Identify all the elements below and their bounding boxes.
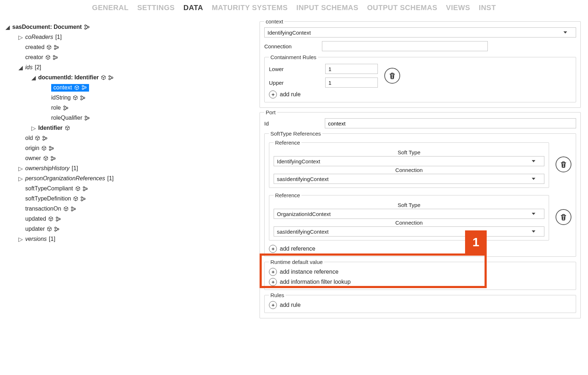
tab-settings[interactable]: SETTINGS <box>137 4 175 12</box>
tree-node-personorg[interactable]: ▷ personOrganizationReferences [1] <box>5 173 256 184</box>
context-select-value: IdentifyingContext <box>268 30 311 36</box>
tree-node-context[interactable]: ▷ context <box>5 83 256 93</box>
branch-icon <box>54 226 59 232</box>
cube-icon <box>65 125 70 131</box>
cube-icon <box>48 216 53 221</box>
tree-label: Identifier <box>38 125 63 131</box>
context-select[interactable]: IdentifyingContext <box>264 27 576 38</box>
tree-node-identifier[interactable]: ▷ Identifier <box>5 123 256 133</box>
runtime-legend: Runtime default value <box>269 259 324 265</box>
tree-label: context <box>53 84 72 91</box>
tree-node-softtypecompliant[interactable]: ▷ softTypeCompliant <box>5 184 256 194</box>
containment-legend: Containment Rules <box>269 54 318 60</box>
cube-icon <box>74 85 79 90</box>
tree-node-rolequalifier[interactable]: ▷ roleQualifier <box>5 113 256 123</box>
chevron-down-icon <box>532 178 535 180</box>
branch-icon <box>84 115 90 121</box>
tree-node-documentid[interactable]: ◢ documentId: Identifier <box>5 72 256 83</box>
branch-icon <box>42 136 48 141</box>
delete-reference-button[interactable] <box>556 209 571 225</box>
add-reference-button[interactable]: add reference <box>269 245 571 253</box>
tab-views[interactable]: VIEWS <box>446 4 470 12</box>
expand-icon[interactable]: ◢ <box>31 74 36 81</box>
tree-node-role[interactable]: ▷ role <box>5 103 256 113</box>
chevron-down-icon <box>532 160 535 162</box>
tree-label: idString <box>51 94 71 101</box>
cube-icon <box>75 186 80 191</box>
ref1-connection-select[interactable]: sasIdentifyingContext <box>274 174 544 184</box>
callout-badge: 1 <box>465 230 487 253</box>
ref2-connection-select[interactable]: sasIdentifyingContext <box>274 226 544 237</box>
tab-output-schemas[interactable]: OUTPUT SCHEMAS <box>367 4 437 12</box>
tree-node-updater[interactable]: ▷ updater <box>5 224 256 234</box>
add-reference-label: add reference <box>280 246 315 252</box>
delete-containment-button[interactable] <box>384 68 400 84</box>
lower-input[interactable] <box>325 64 378 74</box>
branch-icon <box>63 105 68 111</box>
tab-general[interactable]: GENERAL <box>92 4 128 12</box>
tree-label: softTypeCompliant <box>25 185 73 192</box>
tree-node-versions[interactable]: ▷ versions [1] <box>5 234 256 244</box>
lower-label: Lower <box>269 66 325 72</box>
upper-input[interactable] <box>325 78 378 88</box>
collapse-icon[interactable]: ▷ <box>18 165 23 172</box>
collapse-icon[interactable]: ▷ <box>31 125 36 132</box>
tree-node-root[interactable]: ◢ sasDocument: Document <box>5 22 256 32</box>
expand-icon[interactable]: ◢ <box>5 24 10 31</box>
tree-node-created[interactable]: ▷ created <box>5 42 256 52</box>
tree-node-updated[interactable]: ▷ updated <box>5 214 256 224</box>
tab-inst[interactable]: INST <box>479 4 496 12</box>
tab-data[interactable]: DATA <box>184 4 203 12</box>
tree-label: updated <box>25 216 46 222</box>
branch-icon <box>108 75 114 80</box>
branch-icon <box>49 146 54 151</box>
plus-icon <box>269 91 277 98</box>
tree-node-softtypedefinition[interactable]: ▷ softTypeDefinition <box>5 194 256 204</box>
branch-icon <box>50 156 56 161</box>
add-info-filter-button[interactable]: add information filter lookup <box>269 278 571 286</box>
collapse-icon[interactable]: ▷ <box>18 236 23 243</box>
tree-node-origin[interactable]: ▷ origin <box>5 143 256 153</box>
tree-label: ids <box>25 64 32 71</box>
branch-icon <box>84 24 90 30</box>
ref2-softtype-select[interactable]: OrganizationIdContext <box>274 209 544 219</box>
tree-node-owner[interactable]: ▷ owner <box>5 153 256 163</box>
collapse-icon[interactable]: ▷ <box>18 34 23 41</box>
add-rule-button[interactable]: add rule <box>269 91 571 98</box>
reference-group: Reference Soft Type OrganizationIdContex… <box>269 192 549 241</box>
tab-maturity-systems[interactable]: MATURITY SYSTEMS <box>212 4 288 12</box>
context-group: context IdentifyingContext Connection Co… <box>260 18 581 108</box>
runtime-default-group: Runtime default value add instance refer… <box>264 259 576 290</box>
rules-group: Rules add rule <box>264 292 576 313</box>
tree-count: [1] <box>55 34 62 40</box>
tree-node-creator[interactable]: ▷ creator <box>5 52 256 62</box>
cube-icon <box>73 196 78 201</box>
delete-reference-button[interactable] <box>556 156 571 172</box>
properties-panel: context IdentifyingContext Connection Co… <box>260 15 588 334</box>
tree-node-coreaders[interactable]: ▷ coReaders [1] <box>5 32 256 42</box>
reference-legend: Reference <box>274 140 301 146</box>
cube-icon <box>63 206 68 211</box>
tree-label: ownershipHistory <box>25 165 70 172</box>
port-id-input[interactable] <box>325 118 576 128</box>
tree-label: roleQualifier <box>51 115 82 121</box>
tree-node-ids[interactable]: ◢ ids [2] <box>5 62 256 72</box>
add-instance-reference-button[interactable]: add instance reference <box>269 268 571 276</box>
connection-input[interactable] <box>322 41 488 51</box>
connection-label: Connection <box>264 43 322 49</box>
tree-label: personOrganizationReferences <box>25 175 105 182</box>
cube-icon <box>35 136 40 141</box>
branch-icon <box>81 85 87 90</box>
tree-node-old[interactable]: ▷ old <box>5 133 256 143</box>
branch-icon <box>53 55 58 60</box>
tree-node-ownershiphistory[interactable]: ▷ ownershipHistory [1] <box>5 163 256 173</box>
expand-icon[interactable]: ◢ <box>18 64 23 71</box>
tab-input-schemas[interactable]: INPUT SCHEMAS <box>296 4 358 12</box>
add-rule-button-2[interactable]: add rule <box>269 301 571 309</box>
context-legend: context <box>264 18 284 25</box>
tree-node-idstring[interactable]: ▷ idString <box>5 93 256 103</box>
tree-node-transactionon[interactable]: ▷ transactionOn <box>5 204 256 214</box>
collapse-icon[interactable]: ▷ <box>18 175 23 182</box>
ref1-softtype-select[interactable]: IdentifyingContext <box>274 156 544 166</box>
tree-label: owner <box>25 155 41 162</box>
